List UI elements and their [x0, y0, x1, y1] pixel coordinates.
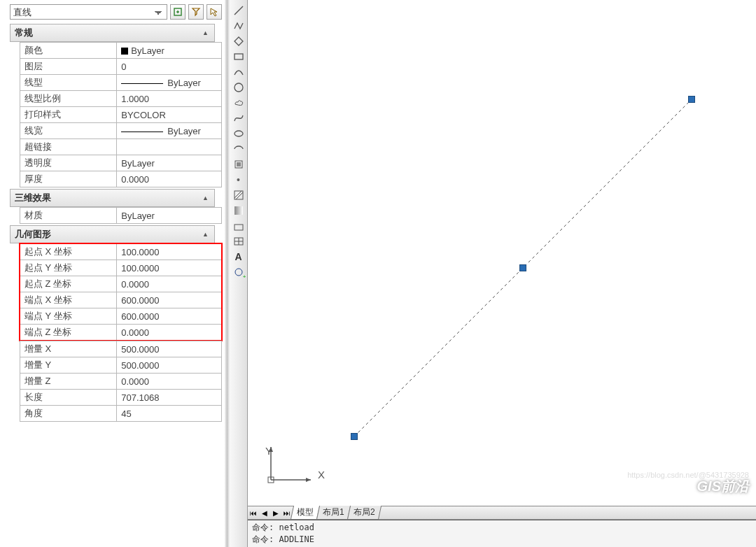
row-color: 颜色ByLayer — [20, 43, 222, 59]
add-selection-icon[interactable] — [170, 4, 186, 20]
x-axis-label: X — [318, 469, 325, 481]
section-title: 几何图形 — [15, 228, 51, 241]
tab-next-icon[interactable]: ▶ — [270, 506, 281, 519]
object-type-select[interactable]: 直线 — [10, 4, 167, 20]
row-hyperlink: 超链接 — [20, 139, 222, 155]
hatch-tool-icon[interactable] — [231, 187, 246, 203]
pick-object-icon[interactable] — [206, 4, 222, 20]
svg-point-18 — [235, 269, 242, 276]
row-start-x: 起点 X 坐标100.0000 — [20, 244, 222, 260]
tab-layout2[interactable]: 布局2 — [347, 506, 382, 520]
text-tool-icon[interactable]: A — [231, 249, 246, 264]
svg-rect-9 — [237, 162, 241, 166]
table-tool-icon[interactable] — [231, 234, 246, 249]
section-header-general[interactable]: 常规 ▲ — [10, 24, 215, 42]
section-header-geometry[interactable]: 几何图形 ▲ — [10, 225, 215, 243]
row-plotstyle: 打印样式BYCOLOR — [20, 107, 222, 123]
row-end-y: 端点 Y 坐标600.0000 — [20, 308, 222, 325]
point-tool-icon[interactable]: • — [231, 172, 246, 187]
section-header-3d[interactable]: 三维效果 ▲ — [10, 189, 215, 207]
add-tool-icon[interactable]: + — [231, 264, 246, 280]
table-general: 颜色ByLayer 图层0 线型ByLayer 线型比例1.0000 打印样式B… — [20, 42, 222, 187]
table-3d: 材质ByLayer — [20, 207, 222, 224]
y-axis-label: Y — [265, 445, 272, 457]
panel-separator[interactable] — [225, 0, 230, 547]
svg-point-7 — [234, 131, 243, 136]
tab-layout1[interactable]: 布局1 — [316, 506, 351, 520]
row-length: 长度707.1068 — [20, 390, 222, 406]
table-geometry-rest: 增量 X500.0000 增量 Y500.0000 增量 Z0.0000 长度7… — [20, 341, 222, 422]
tab-model[interactable]: 模型 — [290, 506, 320, 520]
quick-select-icon[interactable] — [188, 4, 204, 20]
draw-toolbar: • A + — [230, 0, 248, 547]
line-tool-icon[interactable] — [231, 3, 246, 18]
collapse-icon: ▲ — [202, 231, 209, 238]
row-material: 材质ByLayer — [20, 208, 222, 224]
grip-midpoint[interactable] — [519, 264, 526, 271]
layout-tabs: ⏮ ◀ ▶ ⏭ 模型 布局1 布局2 — [248, 506, 756, 520]
drawing-viewport[interactable]: X Y https://blog.csdn.net/@5431735928 GI… — [248, 0, 756, 506]
properties-panel: 直线 常规 ▲ 颜色ByLayer 图层0 线型ByLayer 线型比例1.00… — [0, 0, 225, 547]
polyline-tool-icon[interactable] — [231, 18, 246, 34]
region-tool-icon[interactable] — [231, 218, 246, 234]
line-object — [248, 0, 756, 506]
canvas-area: X Y https://blog.csdn.net/@5431735928 GI… — [248, 0, 756, 547]
section-title: 三维效果 — [15, 192, 51, 204]
polygon-tool-icon[interactable] — [231, 34, 246, 49]
row-delta-x: 增量 X500.0000 — [20, 341, 222, 357]
row-thickness: 厚度0.0000 — [20, 171, 222, 187]
ellipse-arc-tool-icon[interactable] — [231, 141, 246, 157]
row-linetype: 线型ByLayer — [20, 75, 222, 91]
svg-line-3 — [234, 6, 243, 15]
svg-marker-21 — [306, 478, 311, 482]
tab-prev-icon[interactable]: ◀ — [259, 506, 270, 519]
spline-tool-icon[interactable] — [231, 111, 246, 126]
grip-start[interactable] — [351, 433, 358, 440]
command-history-line: 命令: netload — [252, 522, 752, 534]
row-start-y: 起点 Y 坐标100.0000 — [20, 260, 222, 276]
row-end-z: 端点 Z 坐标0.0000 — [20, 325, 222, 341]
gradient-tool-icon[interactable] — [231, 203, 246, 218]
row-delta-y: 增量 Y500.0000 — [20, 357, 222, 374]
table-geometry-highlighted: 起点 X 坐标100.0000 起点 Y 坐标100.0000 起点 Z 坐标0… — [20, 243, 222, 341]
row-transparency: 透明度ByLayer — [20, 155, 222, 171]
rectangle-tool-icon[interactable] — [231, 49, 246, 64]
svg-rect-13 — [234, 206, 243, 215]
svg-rect-5 — [234, 54, 243, 59]
selector-row: 直线 — [0, 0, 225, 22]
circle-tool-icon[interactable] — [231, 80, 246, 95]
row-angle: 角度45 — [20, 406, 222, 422]
row-lineweight: 线宽ByLayer — [20, 123, 222, 139]
collapse-icon: ▲ — [202, 29, 209, 36]
block-tool-icon[interactable] — [231, 157, 246, 172]
svg-rect-10 — [234, 191, 243, 199]
command-history-line: 命令: ADDLINE — [252, 534, 752, 546]
section-title: 常规 — [15, 27, 33, 39]
cloud-tool-icon[interactable] — [231, 95, 246, 111]
row-layer: 图层0 — [20, 59, 222, 75]
row-delta-z: 增量 Z0.0000 — [20, 374, 222, 390]
arc-tool-icon[interactable] — [231, 64, 246, 80]
ellipse-tool-icon[interactable] — [231, 126, 246, 141]
svg-point-6 — [234, 83, 243, 92]
row-start-z: 起点 Z 坐标0.0000 — [20, 276, 222, 292]
svg-rect-14 — [234, 225, 243, 230]
tab-first-icon[interactable]: ⏮ — [248, 506, 259, 519]
collapse-icon: ▲ — [202, 194, 209, 201]
grip-end[interactable] — [688, 96, 695, 103]
row-ltscale: 线型比例1.0000 — [20, 91, 222, 107]
command-window[interactable]: 命令: netload 命令: ADDLINE — [248, 520, 756, 547]
ucs-icon — [265, 445, 314, 487]
svg-marker-4 — [234, 37, 243, 45]
row-end-x: 端点 X 坐标600.0000 — [20, 292, 222, 308]
